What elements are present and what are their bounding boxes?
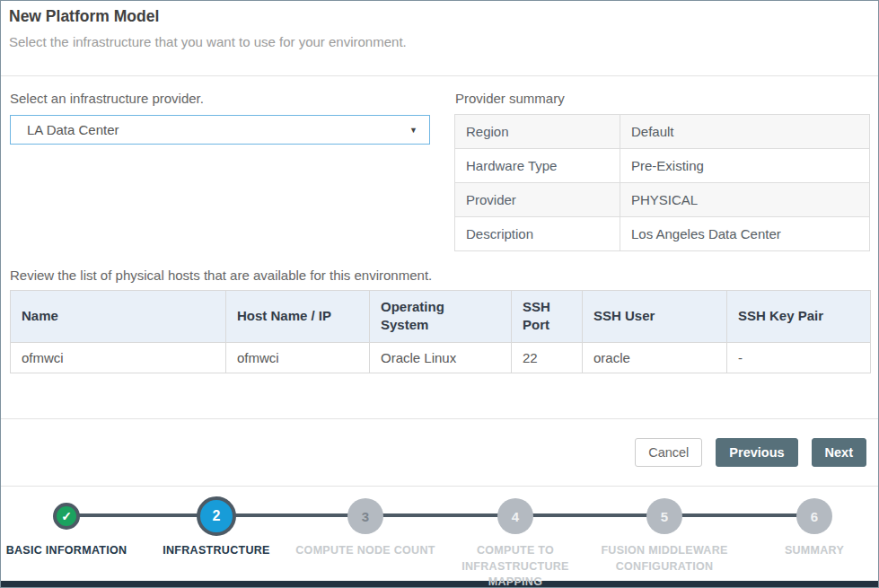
step-3-number: 3 xyxy=(362,509,369,524)
step-2-number: 2 xyxy=(213,508,221,524)
step-4-label: COMPUTE TO INFRASTRUCTURE MAPPING xyxy=(439,543,592,588)
column-header-os: Operating System xyxy=(370,291,512,343)
step-3-label: COMPUTE NODE COUNT xyxy=(289,543,442,559)
cancel-button[interactable]: Cancel xyxy=(635,438,702,467)
content-actions-divider xyxy=(1,418,878,419)
wizard-stepper: ✓ BASIC INFORMATION 2 INFRASTRUCTURE 3 C… xyxy=(1,496,879,583)
step-6-circle[interactable]: 6 xyxy=(796,498,832,534)
cell-ssh-port: 22 xyxy=(512,342,583,373)
step-1-circle[interactable]: ✓ xyxy=(53,503,80,530)
summary-label: Provider xyxy=(455,183,620,217)
action-buttons: Cancel Previous Next xyxy=(635,438,866,467)
page-title: New Platform Model xyxy=(9,7,159,26)
step-5-label: FUSION MIDDLEWARE CONFIGURATION xyxy=(588,543,741,575)
summary-value: PHYSICAL xyxy=(620,183,870,217)
step-6-label: SUMMARY xyxy=(738,543,879,559)
summary-label: Description xyxy=(455,217,620,251)
infrastructure-provider-selected-value: LA Data Center xyxy=(11,122,409,137)
dropdown-arrow-icon: ▼ xyxy=(409,126,429,135)
column-header-ssh-user: SSH User xyxy=(583,291,727,343)
cell-ssh-user: oracle xyxy=(583,342,727,373)
column-header-ssh-key-pair: SSH Key Pair xyxy=(727,291,871,343)
step-2-label: INFRASTRUCTURE xyxy=(140,543,293,559)
summary-value: Los Angeles Data Center xyxy=(620,217,870,251)
check-icon: ✓ xyxy=(61,509,72,523)
step-3-circle[interactable]: 3 xyxy=(347,498,383,534)
actions-stepper-divider xyxy=(1,486,878,487)
provider-summary-title: Provider summary xyxy=(455,91,565,106)
step-5-number: 5 xyxy=(661,509,668,524)
table-row: ofmwci ofmwci Oracle Linux 22 oracle - xyxy=(11,342,871,373)
step-summary: 6 SUMMARY xyxy=(738,496,879,559)
summary-label: Hardware Type xyxy=(455,149,620,183)
step-6-number: 6 xyxy=(811,509,818,524)
column-header-ssh-port: SSH Port xyxy=(512,291,583,343)
cell-name: ofmwci xyxy=(11,342,226,373)
header-divider xyxy=(1,75,878,76)
previous-button[interactable]: Previous xyxy=(716,438,797,467)
step-infrastructure: 2 INFRASTRUCTURE xyxy=(140,496,293,559)
new-platform-model-wizard: New Platform Model Select the infrastruc… xyxy=(0,0,879,588)
step-compute-to-infrastructure-mapping: 4 COMPUTE TO INFRASTRUCTURE MAPPING xyxy=(439,496,592,588)
step-1-label: BASIC INFORMATION xyxy=(0,543,143,559)
step-4-circle[interactable]: 4 xyxy=(497,498,533,534)
summary-row-description: Description Los Angeles Data Center xyxy=(455,217,870,251)
step-compute-node-count: 3 COMPUTE NODE COUNT xyxy=(289,496,442,559)
column-header-host: Host Name / IP xyxy=(226,291,370,343)
step-4-number: 4 xyxy=(512,509,519,524)
step-2-circle[interactable]: 2 xyxy=(197,496,236,536)
summary-label: Region xyxy=(455,115,620,149)
step-basic-information: ✓ BASIC INFORMATION xyxy=(0,496,143,559)
summary-value: Default xyxy=(620,115,870,149)
cell-host: ofmwci xyxy=(226,342,370,373)
physical-hosts-table: Name Host Name / IP Operating System SSH… xyxy=(10,290,871,373)
summary-row-provider: Provider PHYSICAL xyxy=(455,183,870,217)
cell-os: Oracle Linux xyxy=(370,342,512,373)
column-header-name: Name xyxy=(11,291,226,343)
step-5-circle[interactable]: 5 xyxy=(646,498,682,534)
summary-value: Pre-Existing xyxy=(620,149,870,183)
cell-ssh-key-pair: - xyxy=(727,342,871,373)
infrastructure-provider-select[interactable]: LA Data Center ▼ xyxy=(10,115,430,145)
page-subtitle: Select the infrastructure that you want … xyxy=(9,34,407,49)
step-fusion-middleware-configuration: 5 FUSION MIDDLEWARE CONFIGURATION xyxy=(588,496,741,575)
provider-select-label: Select an infrastructure provider. xyxy=(10,91,204,106)
summary-row-hardware-type: Hardware Type Pre-Existing xyxy=(455,149,870,183)
summary-row-region: Region Default xyxy=(455,115,870,149)
next-button[interactable]: Next xyxy=(812,438,866,467)
hosts-description: Review the list of physical hosts that a… xyxy=(10,268,432,283)
hosts-table-header-row: Name Host Name / IP Operating System SSH… xyxy=(11,291,871,343)
provider-summary-table: Region Default Hardware Type Pre-Existin… xyxy=(454,114,870,251)
